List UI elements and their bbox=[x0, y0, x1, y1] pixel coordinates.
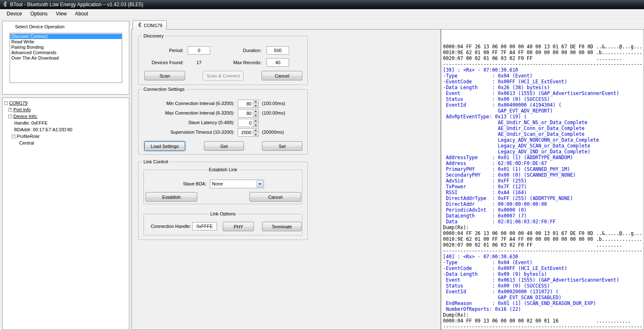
tree-node-bdaddr[interactable]: BDAddr: 00:17:E7:A1:DD:80 bbox=[14, 127, 72, 132]
slave-bda-value: None bbox=[212, 181, 223, 186]
devices-found-value: 17 bbox=[188, 60, 210, 65]
log-line: -Type : 0x04 (Event) bbox=[443, 73, 644, 79]
log-line: -Data Length : 0x09 (9) bytes(s) bbox=[443, 271, 644, 277]
spinner-up-icon[interactable] bbox=[253, 100, 258, 104]
log-line: Status : 0x00 (0) (SUCCESS) bbox=[443, 283, 644, 289]
get-button[interactable]: Get bbox=[204, 141, 244, 151]
tree-expand-toggle[interactable]: - bbox=[4, 101, 8, 105]
spinner-down-icon[interactable] bbox=[253, 132, 258, 137]
menu-view[interactable]: View bbox=[52, 9, 71, 18]
discovery-cancel-button[interactable]: Cancel bbox=[262, 71, 302, 80]
log-line: RSSI : 0xA4 (164) bbox=[443, 190, 644, 195]
log-line: EventId : 0x00400000 (4194304) ( bbox=[443, 102, 644, 108]
discovery-group: Discovery Period: Duration: Devices Foun… bbox=[138, 36, 308, 85]
link-control-group: Link Control Establish Link Slave BDA: N… bbox=[138, 162, 308, 240]
device-tree-panel: - COM179 + Port Info - Device Info: Hand… bbox=[2, 98, 129, 330]
tree-node-handle[interactable]: Handle: 0xFFFE bbox=[14, 120, 48, 125]
menu-device[interactable]: Device bbox=[3, 9, 26, 18]
scan-button[interactable]: Scan bbox=[144, 71, 185, 80]
menu-about[interactable]: About bbox=[71, 9, 92, 18]
log-line: AE_Undir_Conn_or_Data_Complete bbox=[443, 125, 644, 131]
slave-latency-label: Slave Latency (0-499): bbox=[142, 120, 234, 125]
tree-node-com179[interactable]: COM179 bbox=[9, 100, 28, 105]
log-line: GAP_EVT_ADV_REPORT) bbox=[443, 108, 644, 114]
spinner-up-icon[interactable] bbox=[253, 110, 258, 113]
establish-link-group: Establish Link Slave BDA: None Establish… bbox=[143, 170, 302, 204]
duration-input[interactable] bbox=[267, 46, 289, 55]
slave-latency-spinner bbox=[238, 119, 259, 127]
log-line: Legacy_ADV_NONCONN_or_Data_Complete bbox=[443, 137, 644, 143]
menu-options[interactable]: Options bbox=[26, 9, 52, 18]
min-conn-interval-spinner bbox=[238, 100, 259, 108]
slave-bda-combobox[interactable]: None bbox=[210, 180, 264, 188]
log-line: 0010:9E 62 01 00 FF 7F A4 FF 00 00 00 00… bbox=[443, 50, 644, 55]
tree-node-central[interactable]: Central bbox=[19, 140, 34, 145]
operation-item-ota-download[interactable]: Over The Air Download bbox=[10, 55, 122, 61]
supervision-timeout-input[interactable] bbox=[238, 129, 252, 136]
log-line: Legacy_ADV_IND_or_Data_Complete) bbox=[443, 149, 644, 155]
load-settings-button[interactable]: Load Settings bbox=[144, 141, 185, 151]
discovery-group-title: Discovery bbox=[142, 33, 165, 38]
tree-node-profilerole[interactable]: ProfileRole: bbox=[17, 134, 40, 139]
log-line: Event : 0x0613 (1555) (GAP_AdvertiserSca… bbox=[443, 277, 644, 283]
set-button[interactable]: Set bbox=[262, 141, 302, 151]
spinner-up-icon[interactable] bbox=[253, 119, 258, 123]
spinner-down-icon[interactable] bbox=[253, 113, 258, 118]
log-line: DirectAddrType : 0xFF (255) (ADDRTYPE_NO… bbox=[443, 195, 644, 201]
supervision-timeout-suffix: (20000ms) bbox=[262, 130, 284, 135]
max-conn-interval-spinner bbox=[238, 109, 259, 118]
log-line: ----------------------------------------… bbox=[443, 248, 644, 254]
tree-node-device-info[interactable]: Device Info: bbox=[13, 114, 38, 119]
device-operation-panel: Select Device Operation Discover Connect… bbox=[2, 21, 129, 95]
tab-com179[interactable]: COM179 bbox=[133, 20, 167, 30]
connection-settings-title: Connection Settings bbox=[142, 87, 186, 92]
log-line: GAP_EVT_SCAN_DISABLED) bbox=[443, 295, 644, 300]
log-line: ----------------------------------------… bbox=[443, 61, 644, 67]
log-line: SecondaryPHY : 0x00 (0) (SCANNED_PHY_NON… bbox=[443, 172, 644, 178]
log-line: Legacy_ADV_SCAN_or_Data_Complete bbox=[443, 143, 644, 149]
link-cancel-button[interactable]: Cancel bbox=[249, 192, 301, 202]
log-line: AddressType : 0x01 (1) (ADDRTYPE_RANDOM) bbox=[443, 155, 644, 160]
phy-button[interactable]: PHY bbox=[223, 222, 254, 231]
operation-item-pairing-bonding[interactable]: Pairing Bonding bbox=[10, 45, 122, 50]
log-line: [40] : <Rx> - 07:00:30.630 bbox=[443, 254, 644, 260]
log-line: AdvRptEventType: 0x13 (19) ( bbox=[443, 114, 644, 120]
scan-connect-button: Scan & Connect bbox=[203, 71, 244, 80]
bluetooth-icon bbox=[3, 1, 8, 8]
operation-item-read-write[interactable]: Read Write bbox=[10, 39, 122, 45]
slave-latency-input[interactable] bbox=[238, 119, 252, 127]
min-conn-interval-suffix: (100.00ms) bbox=[262, 101, 285, 106]
supervision-timeout-spinner bbox=[238, 128, 259, 137]
log-line: 0000:04 FF 26 13 06 00 00 00 40 00 13 01… bbox=[443, 44, 644, 50]
spinner-down-icon[interactable] bbox=[253, 104, 258, 108]
establish-button[interactable]: Establish bbox=[146, 192, 197, 202]
operation-item-advanced-commands[interactable]: Advanced Commands bbox=[10, 50, 122, 55]
period-input[interactable] bbox=[188, 46, 210, 55]
tree-expand-toggle[interactable]: - bbox=[12, 135, 15, 138]
terminate-button[interactable]: Terminate bbox=[262, 222, 302, 231]
link-options-title: Link Options bbox=[209, 211, 237, 216]
log-line: DirectAddr : 00:00:00:00:00:00 bbox=[443, 201, 644, 207]
tree-expand-toggle[interactable]: - bbox=[8, 115, 12, 118]
chevron-down-icon[interactable] bbox=[257, 180, 263, 188]
spinner-up-icon[interactable] bbox=[253, 129, 258, 132]
min-conn-interval-input[interactable] bbox=[238, 100, 252, 108]
log-panel[interactable]: 0000:04 FF 26 13 06 00 00 00 40 00 13 01… bbox=[441, 29, 644, 330]
tree-node-port-info[interactable]: Port Info bbox=[13, 107, 31, 112]
max-conn-interval-input[interactable] bbox=[238, 110, 252, 117]
max-records-input[interactable] bbox=[267, 58, 289, 67]
max-conn-interval-label: Max Connection Interval (6-3200): bbox=[142, 110, 234, 115]
log-line: EndReason : 0x01 (1) (SCAN_END_REASON_DU… bbox=[443, 300, 644, 306]
log-line: Event : 0x0613 (1555) (GAP_AdvertiserSca… bbox=[443, 90, 644, 96]
tree-expand-toggle[interactable]: + bbox=[8, 108, 12, 112]
operation-item-discover-connect[interactable]: Discover Connect bbox=[10, 34, 122, 39]
device-operation-title: Select Device Operation bbox=[15, 24, 65, 29]
btool-window: BTool - Bluetooth Low Energy Application… bbox=[0, 0, 644, 330]
min-conn-interval-label: Min Connection Interval (6-3200): bbox=[142, 101, 234, 106]
title-bar[interactable]: BTool - Bluetooth Low Energy Application… bbox=[0, 0, 644, 9]
log-lines: 0000:04 FF 26 13 06 00 00 00 40 00 13 01… bbox=[443, 44, 644, 330]
connection-handle-input[interactable] bbox=[192, 222, 217, 230]
spinner-down-icon[interactable] bbox=[253, 123, 258, 127]
log-line: TxPower : 0x7F (127) bbox=[443, 184, 644, 190]
link-control-title: Link Control bbox=[142, 159, 170, 164]
